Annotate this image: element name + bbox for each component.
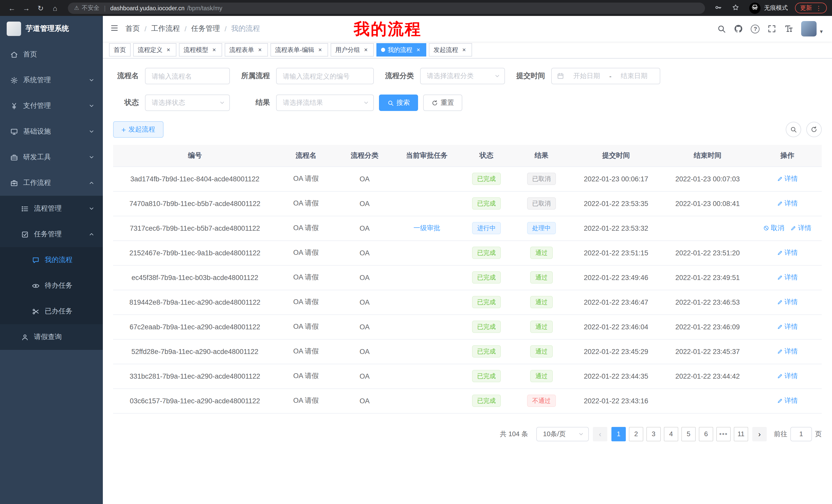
bookmark-star-icon[interactable] (729, 1, 742, 15)
sidebar-item-todo-tasks[interactable]: 待办任务 (0, 273, 103, 299)
breadcrumb-item[interactable]: 工作流程 (151, 24, 180, 33)
page-size-select[interactable]: 10条/页 (536, 427, 589, 441)
sidebar-item-my-process[interactable]: 我的流程 (0, 247, 103, 273)
reload-icon[interactable]: ↻ (34, 1, 47, 15)
toggle-search-button[interactable] (786, 122, 801, 137)
refresh-table-button[interactable] (806, 122, 822, 137)
date-range-picker[interactable]: 开始日期 - 结束日期 (551, 68, 660, 84)
github-icon[interactable] (734, 24, 743, 33)
prev-page-button[interactable]: ‹ (593, 427, 607, 441)
hamburger-icon[interactable] (103, 16, 126, 41)
process-key-input[interactable] (276, 68, 374, 84)
user-avatar[interactable] (801, 21, 817, 36)
page-button-5[interactable]: 5 (681, 427, 696, 441)
page-button-11[interactable]: 11 (734, 427, 748, 441)
breadcrumb-item[interactable]: 任务管理 (191, 24, 220, 33)
detail-link[interactable]: 详情 (777, 322, 798, 331)
scissors-icon (32, 307, 40, 315)
close-icon[interactable]: × (415, 47, 422, 53)
cell-task (394, 364, 460, 388)
search-button[interactable]: 搜索 (379, 94, 418, 111)
next-page-button[interactable]: › (752, 427, 767, 441)
yen-icon (10, 102, 18, 110)
close-icon[interactable]: × (257, 47, 263, 53)
sidebar-item-dev-tools[interactable]: 研发工具 (0, 144, 103, 170)
detail-link[interactable]: 详情 (777, 298, 798, 307)
page-button-4[interactable]: 4 (664, 427, 678, 441)
page-button-6[interactable]: 6 (699, 427, 713, 441)
cancel-link[interactable]: 取消 (763, 223, 784, 233)
cell-end-time: 2022-01-22 23:46:53 (662, 290, 753, 314)
result-select[interactable]: 请选择流结果 (276, 94, 374, 111)
tab-start-process[interactable]: 发起流程× (429, 43, 472, 57)
address-bar[interactable]: ⚠ 不安全 | dashboard.yudao.iocoder.cn/bpm/t… (68, 2, 705, 13)
cell-status: 进行中 (460, 216, 513, 241)
detail-link[interactable]: 详情 (777, 199, 798, 208)
search-icon[interactable] (717, 24, 726, 33)
cell-actions: 详情 (753, 290, 822, 314)
address-separator: | (104, 5, 106, 11)
tab-process-form[interactable]: 流程表单× (225, 43, 268, 57)
sidebar-item-task-mgmt[interactable]: 任务管理 (0, 221, 103, 247)
sidebar-item-leave-query[interactable]: 请假查询 (0, 324, 103, 350)
close-icon[interactable]: × (317, 47, 323, 53)
chevron-down-icon (88, 180, 95, 186)
page-ellipsis[interactable]: ••• (716, 427, 731, 441)
detail-link[interactable]: 详情 (777, 273, 798, 282)
breadcrumb-item[interactable]: 首页 (126, 24, 140, 33)
detail-link[interactable]: 详情 (777, 371, 798, 381)
tab-my-process[interactable]: 我的流程× (376, 43, 426, 57)
sidebar-item-infrastructure[interactable]: 基础设施 (0, 119, 103, 144)
category-select[interactable]: 请选择流程分类 (420, 68, 505, 84)
process-name-input[interactable] (145, 68, 230, 84)
close-icon[interactable]: × (165, 47, 172, 53)
back-icon[interactable]: ← (5, 1, 19, 15)
table-row: 331bc281-7b9a-11ec-a290-acde48001122OA 请… (113, 364, 822, 388)
app-logo[interactable]: 芋道管理系统 (0, 16, 103, 41)
detail-link[interactable]: 详情 (790, 223, 811, 233)
sidebar-item-done-tasks[interactable]: 已办任务 (0, 299, 103, 324)
detail-link[interactable]: 详情 (777, 174, 798, 184)
task-link[interactable]: 一级审批 (413, 223, 440, 233)
sidebar-item-process-mgmt[interactable]: 流程管理 (0, 196, 103, 221)
help-icon[interactable]: ? (751, 24, 760, 33)
forward-icon[interactable]: → (20, 1, 33, 15)
reset-button[interactable]: 重置 (423, 94, 462, 111)
page-button-2[interactable]: 2 (629, 427, 643, 441)
search-icon (790, 126, 797, 133)
close-icon[interactable]: × (363, 47, 369, 53)
detail-link[interactable]: 详情 (777, 347, 798, 356)
sidebar-item-system-mgmt[interactable]: 系统管理 (0, 67, 103, 93)
update-button[interactable]: 更新 ⋮ (795, 3, 827, 13)
fullscreen-icon[interactable] (768, 24, 777, 33)
sidebar-item-workflow[interactable]: 工作流程 (0, 170, 103, 196)
close-icon[interactable]: × (211, 47, 217, 53)
font-size-icon[interactable] (784, 24, 794, 33)
detail-link[interactable]: 详情 (777, 248, 798, 257)
security-label[interactable]: 不安全 (82, 4, 100, 12)
search-icon (387, 100, 394, 106)
menu-dots-icon[interactable]: ⋮ (815, 4, 822, 11)
detail-link[interactable]: 详情 (777, 396, 798, 405)
tab-user-group[interactable]: 用户分组× (331, 43, 374, 57)
action-label: 详情 (784, 174, 798, 184)
end-date-placeholder[interactable]: 结束日期 (614, 72, 655, 81)
tab-process-model[interactable]: 流程模型× (179, 43, 222, 57)
status-select[interactable]: 请选择状态 (145, 94, 230, 111)
goto-page-input[interactable] (790, 427, 812, 441)
tab-process-definition[interactable]: 流程定义× (133, 43, 176, 57)
sidebar-item-payment-mgmt[interactable]: 支付管理 (0, 93, 103, 119)
password-key-icon[interactable] (711, 1, 725, 15)
create-process-button[interactable]: + 发起流程 (113, 121, 163, 138)
tab-home[interactable]: 首页 (109, 43, 131, 57)
caret-down-icon[interactable]: ▾ (820, 28, 823, 35)
close-icon[interactable]: × (461, 47, 467, 53)
sidebar-item-label: 基础设施 (23, 127, 51, 136)
tab-process-form-edit[interactable]: 流程表单-编辑× (270, 43, 328, 57)
sidebar-item-home[interactable]: 首页 (0, 41, 103, 67)
page-button-3[interactable]: 3 (646, 427, 661, 441)
start-date-placeholder[interactable]: 开始日期 (566, 72, 607, 81)
home-icon[interactable]: ⌂ (48, 1, 62, 15)
page-button-1[interactable]: 1 (612, 427, 626, 441)
action-label: 详情 (784, 298, 798, 307)
